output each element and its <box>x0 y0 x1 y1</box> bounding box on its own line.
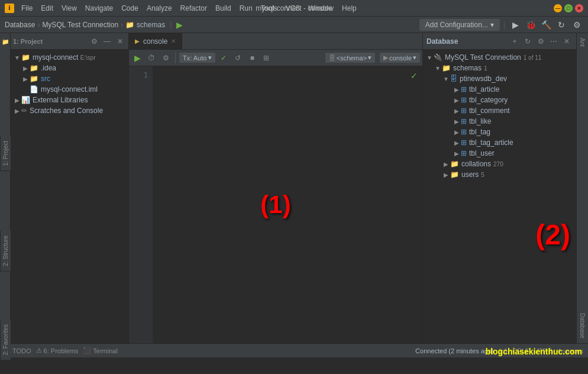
line-numbers: 1 <box>129 66 153 343</box>
db-refresh-button[interactable]: ↻ <box>522 36 534 47</box>
db-more-button[interactable]: ⋯ <box>548 36 560 47</box>
close-button[interactable]: ✕ <box>575 4 583 12</box>
tree-src[interactable]: ▶ 📁 src <box>11 73 128 84</box>
menu-file[interactable]: File <box>18 3 36 14</box>
db-tbl-user[interactable]: ▶ ⊞ tbl_user <box>423 148 576 159</box>
db-ptinewsdb-name: ptinewsdb_dev <box>460 75 507 83</box>
status-info: Connected (2 minutes ago) 1:1 CRLF UTF-8… <box>415 347 583 354</box>
grid-button[interactable]: ⊞ <box>260 52 272 64</box>
db-tbl-comment[interactable]: ▶ ⊞ tbl_comment <box>423 105 576 116</box>
menu-run[interactable]: Run <box>236 3 256 14</box>
breadcrumb-connection[interactable]: MySQL Test Connection <box>42 21 118 29</box>
db-users[interactable]: ▶ 📁 users 5 <box>423 169 576 180</box>
tree-src-name: src <box>41 75 50 83</box>
db-tbl-article[interactable]: ▶ ⊞ tbl_article <box>423 84 576 95</box>
menu-help[interactable]: Help <box>338 3 360 14</box>
editor-area: ▶ console ✕ ▶ ⏱ ⚙ Tx: Auto ▾ ✓ ↺ ■ ⊞ 🗄 <… <box>129 33 422 343</box>
indent: 4 spaces <box>557 347 583 354</box>
project-close-button[interactable]: ✕ <box>114 36 126 47</box>
db-collations-name: collations <box>461 160 491 168</box>
run-icon[interactable]: ▶ <box>176 20 183 30</box>
editor-content[interactable]: 1 ✓ (1) <box>129 66 422 343</box>
menu-edit[interactable]: Edit <box>37 3 57 14</box>
menu-navigate[interactable]: Navigate <box>82 3 117 14</box>
table-icon-user: ⊞ <box>461 149 467 157</box>
db-collations[interactable]: ▶ 📁 collations 270 <box>423 159 576 169</box>
db-tbl-category-name: tbl_category <box>469 96 508 104</box>
project-panel-title: 1: Project <box>13 38 43 45</box>
debug-config-button[interactable]: 🐞 <box>524 18 537 31</box>
tab-console[interactable]: ▶ console ✕ <box>129 33 182 49</box>
db-schemas[interactable]: ▼ 📁 schemas 1 <box>423 63 576 73</box>
tab-close-button[interactable]: ✕ <box>171 38 176 44</box>
tree-iml[interactable]: ▶ 📄 mysql-connect.iml <box>11 84 128 95</box>
refresh-button[interactable]: ↻ <box>555 18 568 31</box>
menu-view[interactable]: View <box>58 3 80 14</box>
ant-label[interactable]: Ant <box>578 33 587 51</box>
run-query-button[interactable]: ▶ <box>131 52 143 64</box>
db-tbl-tag-article[interactable]: ▶ ⊞ tbl_tag_article <box>423 137 576 148</box>
database-right-label[interactable]: Database <box>578 308 587 343</box>
table-icon-like: ⊞ <box>461 117 467 125</box>
rollback-button[interactable]: ↺ <box>232 52 244 64</box>
breadcrumb-schemas[interactable]: schemas <box>137 21 165 29</box>
console-selector[interactable]: ▶ console ▾ <box>380 53 420 63</box>
breadcrumb-database[interactable]: Database <box>5 21 35 29</box>
schemas-icon: 📁 <box>442 64 451 72</box>
db-close-button[interactable]: ✕ <box>561 36 573 47</box>
problems-button[interactable]: ⚠ 6: Problems <box>36 347 79 354</box>
format-button[interactable]: ⚙ <box>160 52 172 64</box>
tree-idea[interactable]: ▶ 📁 .idea <box>11 63 128 73</box>
breadcrumb: Database › MySQL Test Connection › 📁 sch… <box>5 21 165 29</box>
db-add-button[interactable]: + <box>509 36 521 47</box>
nav-more-button[interactable]: ⚙ <box>570 18 583 31</box>
schema-selector[interactable]: 🗄 <schema> ▾ <box>325 53 375 63</box>
collations-icon: 📁 <box>450 160 459 168</box>
tree-root[interactable]: ▼ 📁 mysql-connect E:\spr <box>11 52 128 63</box>
connection-status: Connected (2 minutes ago) <box>415 347 494 354</box>
menu-refactor[interactable]: Refactor <box>177 3 211 14</box>
db-settings-button[interactable]: ⚙ <box>535 36 547 47</box>
commit-button[interactable]: ✓ <box>218 52 230 64</box>
db-tbl-category[interactable]: ▶ ⊞ tbl_category <box>423 95 576 105</box>
console-tab-icon: ▶ <box>135 38 140 44</box>
db-ptinewsdb[interactable]: ▼ 🗄 ptinewsdb_dev <box>423 73 576 84</box>
project-vertical-label[interactable]: 1: Project <box>0 136 11 171</box>
stop-button[interactable]: ■ <box>246 52 258 64</box>
tree-scratches[interactable]: ▶ ✏ Scratches and Console <box>11 105 128 116</box>
menu-build[interactable]: Build <box>212 3 235 14</box>
db-tbl-tag[interactable]: ▶ ⊞ tbl_tag <box>423 127 576 137</box>
terminal-icon: ⬛ <box>83 347 91 354</box>
project-settings-button[interactable]: ⚙ <box>88 36 100 47</box>
tx-dropdown[interactable]: Tx: Auto ▾ <box>179 53 215 63</box>
minimize-button[interactable]: — <box>554 4 562 12</box>
run-history-button[interactable]: ⏱ <box>146 52 157 64</box>
menu-code[interactable]: Code <box>118 3 142 14</box>
scratches-icon: ✏ <box>21 107 27 115</box>
project-collapse-button[interactable]: — <box>101 36 113 47</box>
checkmark-icon: ✓ <box>411 71 418 80</box>
build-button[interactable]: 🔨 <box>539 18 553 31</box>
right-strip: Ant Database <box>576 33 588 343</box>
maximize-button[interactable]: □ <box>564 4 573 12</box>
tree-external-libs[interactable]: ▶ 📊 External Libraries <box>11 95 128 105</box>
window-controls: — □ ✕ <box>554 4 583 12</box>
db-schemas-name: schemas <box>453 64 482 72</box>
separator <box>175 53 176 63</box>
db-tree-connection[interactable]: ▼ 🔌 MySQL Test Connection 1 of 11 <box>423 52 576 63</box>
db-tbl-tag-article-name: tbl_tag_article <box>469 138 513 147</box>
db-connection-count: 1 of 11 <box>524 54 542 61</box>
tree-root-path: E:\spr <box>80 54 95 61</box>
add-configuration-button[interactable]: Add Configuration... ▾ <box>419 19 500 31</box>
db-tbl-article-name: tbl_article <box>469 85 499 94</box>
structure-vertical-label[interactable]: 2: Structure <box>0 231 11 272</box>
run-config-button[interactable]: ▶ <box>509 18 522 31</box>
favorites-vertical-label[interactable]: 2: Favorites <box>0 320 11 360</box>
db-tbl-like[interactable]: ▶ ⊞ tbl_like <box>423 116 576 127</box>
tabs-bar: ▶ console ✕ <box>129 33 422 50</box>
terminal-button[interactable]: ⬛ Terminal <box>83 347 118 354</box>
titlebar: i File Edit View Navigate Code Analyze R… <box>0 0 588 17</box>
table-icon-category: ⊞ <box>461 96 467 104</box>
menu-analyze[interactable]: Analyze <box>143 3 176 14</box>
table-icon-tag: ⊞ <box>461 128 467 136</box>
